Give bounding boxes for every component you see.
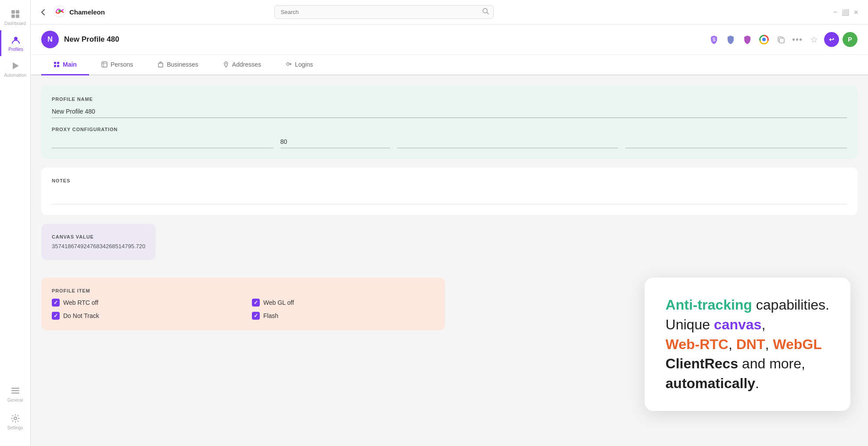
sidebar-label-general: General: [7, 398, 23, 403]
app-title: Chameleon: [69, 8, 105, 16]
duplicate-icon[interactable]: [774, 33, 787, 46]
promo-unique: Unique: [666, 317, 714, 332]
checkmark-flash: ✓: [254, 313, 258, 319]
tab-businesses[interactable]: Businesses: [145, 55, 211, 75]
promo-comma2: ,: [728, 336, 736, 352]
addon3-icon[interactable]: [741, 33, 754, 46]
promo-line1: Anti-tracking capabilities.: [666, 295, 829, 315]
svg-point-11: [58, 10, 61, 12]
proxy-host-input[interactable]: [52, 136, 273, 148]
tab-main[interactable]: Main: [41, 55, 89, 75]
svg-point-27: [287, 63, 289, 65]
sidebar-item-settings[interactable]: Settings: [0, 409, 30, 435]
svg-rect-19: [57, 62, 59, 64]
app-logo: [54, 5, 66, 19]
addon4-icon[interactable]: [757, 33, 771, 46]
proxy-user-field: [397, 127, 619, 148]
svg-rect-18: [54, 62, 56, 64]
sidebar-item-general[interactable]: General: [0, 381, 30, 407]
profile-name-label: PROFILE NAME: [52, 96, 847, 102]
user-avatar-2[interactable]: P: [843, 32, 857, 47]
tab-logins-label: Logins: [295, 61, 313, 68]
tab-addresses-label: Addresses: [232, 61, 261, 68]
checkbox-do-not-track-label: Do Not Track: [63, 312, 99, 319]
svg-point-9: [14, 417, 17, 420]
addon1-icon[interactable]: S: [707, 33, 721, 46]
checkbox-web-rtc-off[interactable]: ✓ Web RTC off: [52, 299, 234, 307]
addon2-icon[interactable]: [724, 33, 737, 46]
promo-canvas: canvas: [714, 317, 762, 332]
profile-form-card: PROFILE NAME PROXY CONFIGURATION: [41, 86, 857, 159]
tab-persons-icon: [101, 61, 108, 68]
tab-main-label: Main: [63, 61, 77, 68]
sidebar-item-profiles[interactable]: Profiles: [0, 30, 30, 56]
canvas-value: 35741867492476834268514795.720: [52, 243, 145, 250]
promo-card: Anti-tracking capabilities. Unique canva…: [645, 278, 850, 411]
checkbox-web-gl-off-box: ✓: [252, 299, 260, 307]
profile-item-label: PROFILE ITEM: [52, 288, 434, 293]
sidebar-label-profiles: Profiles: [8, 47, 23, 52]
more-icon[interactable]: •••: [791, 33, 804, 46]
promo-capabilities: capabilities.: [752, 297, 829, 313]
back-button[interactable]: [39, 7, 50, 18]
proxy-port-input[interactable]: [280, 136, 390, 148]
checkbox-do-not-track[interactable]: ✓ Do Not Track: [52, 312, 234, 320]
maximize-button[interactable]: ⬜: [843, 9, 849, 15]
search-input[interactable]: [274, 5, 494, 19]
notes-label: NOTES: [52, 178, 847, 183]
profile-name-input[interactable]: [52, 105, 847, 118]
checkbox-flash[interactable]: ✓ Flash: [252, 312, 434, 320]
star-icon[interactable]: ☆: [807, 33, 821, 46]
promo-clientrecs: ClientRecs: [666, 356, 738, 371]
promo-line2: Unique canvas,: [666, 315, 829, 335]
main-area: N New Profile 480 S: [31, 25, 868, 446]
tab-logins[interactable]: Logins: [273, 55, 325, 75]
proxy-port-field: [280, 127, 390, 148]
svg-point-15: [762, 38, 766, 41]
minimize-button[interactable]: −: [832, 9, 838, 15]
profile-name: New Profile 480: [64, 35, 702, 44]
close-button[interactable]: ✕: [853, 9, 859, 15]
user-avatar-1[interactable]: ↩: [824, 32, 839, 47]
tab-businesses-label: Businesses: [167, 61, 198, 68]
tab-main-icon: [54, 61, 60, 68]
tab-logins-icon: [286, 61, 292, 68]
promo-period: .: [755, 375, 759, 391]
checkbox-web-gl-off[interactable]: ✓ Web GL off: [252, 299, 434, 307]
search-container: [274, 5, 494, 19]
checkbox-web-gl-off-label: Web GL off: [263, 299, 294, 306]
sidebar-label-settings: Settings: [7, 425, 23, 430]
proxy-user-input[interactable]: [397, 136, 619, 148]
svg-rect-25: [158, 63, 163, 67]
notes-card: NOTES: [41, 168, 857, 215]
checkmark-web-gl: ✓: [254, 300, 258, 306]
bottom-row: CANVAS VALUE 35741867492476834268514795.…: [41, 224, 857, 269]
profiles-icon: [11, 35, 21, 45]
promo-comma3: ,: [765, 336, 773, 352]
tab-addresses[interactable]: Addresses: [211, 55, 273, 75]
notes-input[interactable]: [52, 187, 847, 204]
checkbox-web-rtc-off-box: ✓: [52, 299, 60, 307]
profile-actions: S: [707, 32, 857, 47]
automation-icon: [10, 61, 21, 71]
tab-businesses-icon: [158, 61, 164, 68]
search-icon: [482, 8, 489, 17]
promo-line3: Web-RTC, DNT, WebGL: [666, 335, 829, 354]
checkbox-do-not-track-box: ✓: [52, 312, 60, 320]
checkbox-flash-label: Flash: [263, 312, 278, 319]
tab-persons[interactable]: Persons: [89, 55, 145, 75]
checkmark-web-rtc: ✓: [54, 300, 58, 306]
checkbox-flash-box: ✓: [252, 312, 260, 320]
tab-addresses-icon: [223, 61, 229, 68]
svg-rect-3: [16, 14, 19, 18]
promo-antitracking: Anti-tracking: [666, 297, 752, 313]
profile-items-section: PROFILE ITEM ✓ Web RTC off ✓ Web GL off: [41, 278, 445, 330]
proxy-label: PROXY CONFIGURATION: [52, 127, 273, 132]
svg-rect-22: [102, 62, 107, 67]
profile-avatar: N: [41, 31, 59, 48]
general-icon: [10, 385, 21, 396]
sidebar-item-dashboard[interactable]: Dashboard: [0, 4, 30, 30]
proxy-pass-input[interactable]: [625, 136, 847, 148]
sidebar-item-automation[interactable]: Automation: [0, 56, 30, 82]
promo-line4: ClientRecs and more,: [666, 354, 829, 374]
